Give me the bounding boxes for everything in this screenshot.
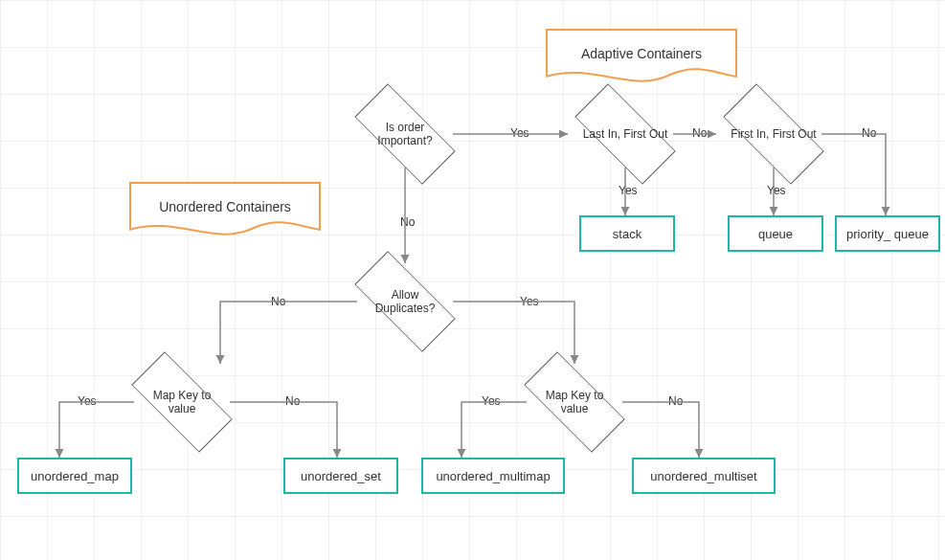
title-unordered: Unordered Containers — [129, 182, 321, 230]
edge-no-2: No — [859, 126, 879, 140]
edge-yes-5: Yes — [75, 394, 100, 408]
decision-fifo-label: First In, First Out — [726, 101, 821, 168]
edge-no-3: No — [397, 215, 417, 229]
terminal-unordered-set: unordered_set — [283, 458, 398, 494]
terminal-queue: queue — [728, 215, 823, 252]
decision-map-key-right-label: Map Key to value — [527, 369, 622, 436]
decision-lifo: Last In, First Out — [577, 101, 673, 168]
edge-no-4: No — [268, 295, 288, 308]
decision-order-important-label: Is order Important? — [357, 101, 453, 168]
terminal-unordered-multimap: unordered_multimap — [421, 458, 565, 494]
edge-no-5: No — [282, 394, 303, 408]
decision-order-important: Is order Important? — [357, 101, 453, 168]
terminal-unordered-multiset: unordered_multiset — [632, 458, 776, 494]
edge-no-1: No — [689, 126, 709, 140]
edge-yes-6: Yes — [479, 394, 504, 408]
edge-yes-2: Yes — [616, 184, 641, 197]
title-adaptive: Adaptive Containers — [546, 29, 737, 77]
edge-yes-1: Yes — [507, 126, 532, 140]
decision-map-key-left: Map Key to value — [134, 369, 230, 436]
edge-no-6: No — [665, 394, 686, 408]
terminal-priority-queue: priority_ queue — [835, 215, 940, 252]
decision-allow-duplicates-label: Allow Duplicates? — [357, 268, 453, 335]
terminal-stack: stack — [579, 215, 675, 252]
decision-allow-duplicates: Allow Duplicates? — [357, 268, 453, 335]
decision-map-key-left-label: Map Key to value — [134, 369, 230, 436]
edge-yes-3: Yes — [764, 184, 789, 197]
terminal-unordered-map: unordered_map — [17, 458, 132, 494]
decision-lifo-label: Last In, First Out — [577, 101, 673, 168]
decision-fifo: First In, First Out — [726, 101, 821, 168]
decision-map-key-right: Map Key to value — [527, 369, 622, 436]
edge-yes-4: Yes — [517, 295, 542, 308]
